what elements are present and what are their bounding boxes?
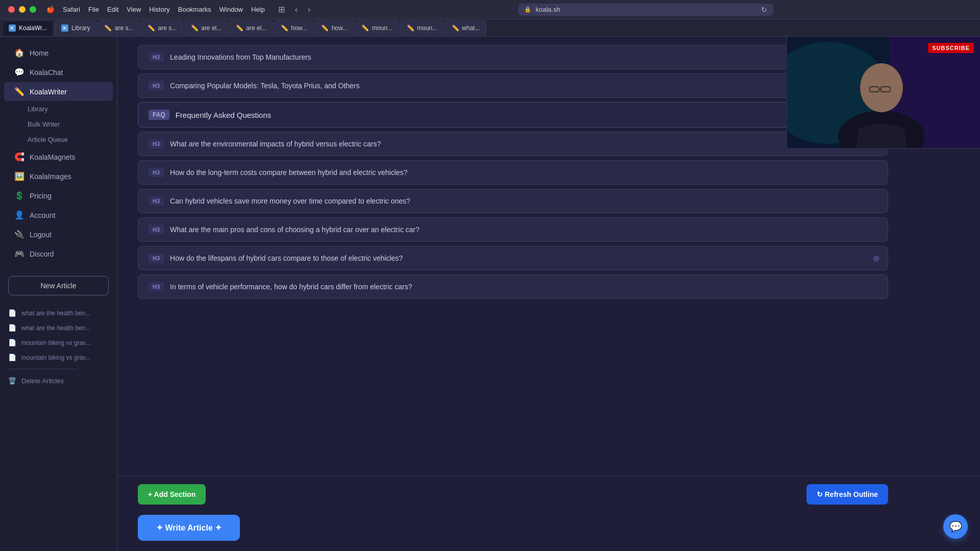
faq-row-3[interactable]: H3 Can hybrid vehicles save more money o… [138, 189, 888, 213]
sidebar-item-koalaimages[interactable]: 🖼️ KoalaImages [4, 167, 113, 186]
menu-window[interactable]: Window [219, 6, 243, 13]
sidebar-item-koalawriter[interactable]: ✏️ KoalaWriter [4, 82, 113, 101]
back-button[interactable]: ‹ [292, 4, 301, 15]
tab-label-5: how... [291, 24, 307, 32]
video-person: SUBSCRIBE [787, 37, 980, 148]
h3-tag-innovations: H3 [149, 53, 164, 62]
app-body: 🏠 Home 💬 KoalaChat ✏️ KoalaWriter Librar… [0, 37, 980, 551]
tab-8[interactable]: ✏️ moun... [400, 20, 444, 36]
outline-row-models[interactable]: H3 Comparing Popular Models: Tesla, Toyo… [138, 73, 888, 98]
row-text-innovations: Leading Innovations from Top Manufacture… [170, 53, 877, 61]
chat-bubble-icon: 💬 [949, 520, 962, 533]
recent-doc-2[interactable]: 📄 what are the health ben... [0, 320, 117, 335]
sidebar-item-account[interactable]: 👤 Account [4, 206, 113, 224]
tab-9[interactable]: ✏️ what... [445, 20, 486, 36]
new-article-button[interactable]: New Article [8, 276, 109, 295]
refresh-outline-button[interactable]: ↻ Refresh Outline [806, 484, 888, 505]
sidebar-toggle-button[interactable]: ⊞ [275, 4, 288, 15]
tab-2[interactable]: ✏️ are s... [141, 20, 184, 36]
tab-favicon-6: ✏️ [322, 24, 329, 32]
outline-row-innovations[interactable]: H3 Leading Innovations from Top Manufact… [138, 45, 888, 69]
sidebar-item-home[interactable]: 🏠 Home [4, 43, 113, 62]
sidebar-item-bulk-writer-label: Bulk Writer [28, 120, 60, 128]
bottom-toolbar: + Add Section ↻ Refresh Outline [117, 475, 980, 513]
tab-1[interactable]: ✏️ are s... [98, 20, 140, 36]
recent-doc-4[interactable]: 📄 mountain biking vs grav... [0, 350, 117, 365]
tab-5[interactable]: ✏️ how... [274, 20, 313, 36]
close-button[interactable] [8, 6, 15, 13]
sidebar-item-koalamagnets[interactable]: 🧲 KoalaMagnets [4, 147, 113, 166]
faq-section-title: Frequently Asked Questions [176, 111, 877, 119]
lock-icon: 🔒 [524, 6, 531, 13]
chat-icon: 💬 [14, 67, 24, 77]
add-section-button[interactable]: + Add Section [138, 484, 206, 505]
address-bar[interactable]: 🔒 koala.sh ↻ [518, 4, 773, 16]
sidebar-item-bulk-writer[interactable]: Bulk Writer [4, 117, 113, 132]
h3-tag-faq-2: H3 [149, 168, 164, 177]
sidebar-item-library[interactable]: Library [4, 102, 113, 116]
menu-bar: 🍎 Safari File Edit View History Bookmark… [46, 6, 265, 13]
recent-doc-label-4: mountain biking vs grav... [21, 354, 90, 361]
menu-edit[interactable]: Edit [107, 6, 118, 13]
chat-bubble-button[interactable]: 💬 [943, 514, 968, 539]
tab-favicon-7: ✏️ [362, 24, 369, 32]
tab-label-6: how... [332, 24, 348, 32]
reload-button[interactable]: ↻ [761, 6, 767, 14]
recent-doc-3[interactable]: 📄 mountain biking vs grav... [0, 335, 117, 350]
sidebar-item-koalachat-label: KoalaChat [30, 68, 63, 77]
home-icon: 🏠 [14, 48, 24, 58]
menu-bookmarks[interactable]: Bookmarks [178, 6, 211, 13]
recent-doc-1[interactable]: 📄 what are the health ben... [0, 306, 117, 320]
menu-file[interactable]: File [88, 6, 99, 13]
sidebar-item-pricing-label: Pricing [30, 192, 52, 200]
recent-docs: 📄 what are the health ben... 📄 what are … [0, 304, 117, 367]
faq-tag: FAQ [149, 110, 169, 120]
tab-3[interactable]: ✏️ are el... [184, 20, 228, 36]
faq-row-6[interactable]: H3 In terms of vehicle performance, how … [138, 274, 888, 299]
logout-icon: 🔌 [14, 230, 24, 239]
menu-apple[interactable]: 🍎 [46, 6, 55, 13]
sidebar-item-logout-label: Logout [30, 231, 52, 239]
recent-doc-label-2: what are the health ben... [21, 324, 90, 332]
tab-label-4: are el... [246, 24, 266, 32]
sidebar-item-koalachat[interactable]: 💬 KoalaChat [4, 63, 113, 82]
tab-favicon-3: ✏️ [191, 24, 198, 32]
video-overlay: SUBSCRIBE [786, 37, 980, 149]
tab-library[interactable]: K Library [55, 20, 97, 36]
tab-favicon-8: ✏️ [407, 24, 414, 32]
tab-label-library: Library [71, 24, 90, 32]
sidebar-item-koalawriter-label: KoalaWriter [30, 88, 67, 96]
menu-help[interactable]: Help [251, 6, 265, 13]
faq-row-1[interactable]: H3 What are the environmental impacts of… [138, 132, 888, 156]
sidebar-item-discord[interactable]: 🎮 Discord [4, 244, 113, 263]
tab-koalawriter[interactable]: K KoalaWr... [2, 20, 54, 36]
h3-tag-models: H3 [149, 81, 164, 90]
faq-section-header[interactable]: FAQ Frequently Asked Questions [138, 102, 888, 128]
sidebar-item-logout[interactable]: 🔌 Logout [4, 225, 113, 244]
menu-safari[interactable]: Safari [63, 6, 80, 13]
faq-row-4[interactable]: H3 What are the main pros and cons of ch… [138, 217, 888, 242]
tab-4[interactable]: ✏️ are el... [229, 20, 273, 36]
forward-button[interactable]: › [305, 4, 313, 15]
faq-row-2[interactable]: H3 How do the long-term costs compare be… [138, 160, 888, 185]
tab-7[interactable]: ✏️ moun... [355, 20, 399, 36]
sidebar-item-article-queue[interactable]: Article Queue [4, 132, 113, 147]
sidebar-item-pricing[interactable]: 💲 Pricing [4, 186, 113, 205]
faq-text-2: How do the long-term costs compare betwe… [170, 168, 877, 177]
write-article-button[interactable]: ✦ Write Article ✦ [138, 515, 240, 541]
tab-favicon-1: ✏️ [105, 24, 112, 32]
menu-history[interactable]: History [149, 6, 169, 13]
delete-articles-button[interactable]: 🗑️ Delete Articles [0, 373, 117, 388]
drag-handle-5[interactable]: ⊕ [873, 254, 879, 263]
divider [8, 369, 78, 369]
doc-icon-2: 📄 [8, 324, 16, 332]
main-content: SUBSCRIBE H3 Leading Innovations from To… [117, 37, 980, 551]
h3-tag-faq-5: H3 [149, 254, 164, 263]
tab-6[interactable]: ✏️ how... [315, 20, 354, 36]
faq-row-5[interactable]: H3 How do the lifespans of hybrid cars c… [138, 246, 888, 270]
minimize-button[interactable] [19, 6, 26, 13]
menu-view[interactable]: View [127, 6, 141, 13]
sidebar-item-koalamagnets-label: KoalaMagnets [30, 153, 76, 161]
h3-tag-faq-3: H3 [149, 196, 164, 206]
fullscreen-button[interactable] [30, 6, 36, 13]
